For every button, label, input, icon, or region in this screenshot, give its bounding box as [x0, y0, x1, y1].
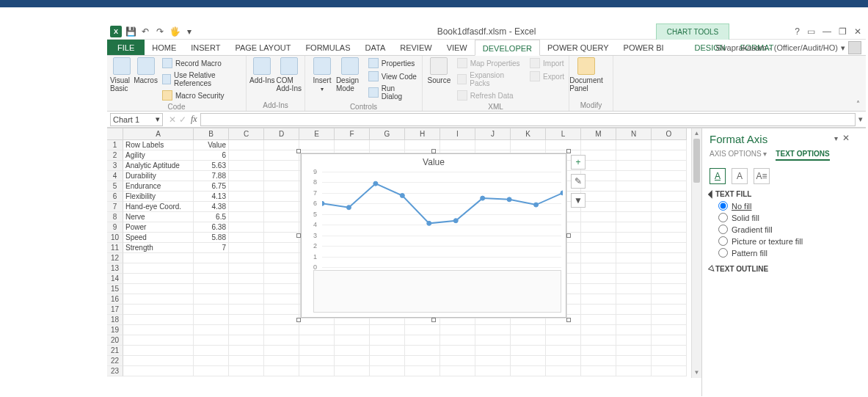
pane-pin-icon[interactable]: ▾ [834, 134, 838, 142]
xml-source-button[interactable]: Source [426, 57, 453, 101]
com-addins-button[interactable]: COM Add-Ins [277, 57, 302, 92]
worksheet-grid[interactable]: ABCDEFGHIJKLMNO 123456789101112131415161… [107, 128, 701, 396]
chart-elements-button[interactable]: + [571, 155, 586, 170]
design-mode-button[interactable]: Design Mode [336, 57, 364, 101]
tab-page-layout[interactable]: PAGE LAYOUT [227, 40, 298, 55]
pattern-fill-radio[interactable]: Pattern fill [718, 248, 848, 258]
run-dialog-button[interactable]: Run Dialog [367, 84, 419, 101]
row-header-13[interactable]: 13 [107, 263, 123, 274]
vertical-scrollbar[interactable]: ▲ ▼ [691, 128, 701, 378]
tab-file[interactable]: FILE [107, 40, 145, 55]
tab-data[interactable]: DATA [358, 40, 393, 55]
row-header-21[interactable]: 21 [107, 346, 123, 356]
col-header-N[interactable]: N [616, 128, 652, 140]
row-header-4[interactable]: 4 [107, 171, 123, 181]
chart-category-axis-area[interactable] [313, 270, 561, 313]
axis-options-tab[interactable]: AXIS OPTIONS ▾ [710, 150, 767, 161]
tab-review[interactable]: REVIEW [393, 40, 439, 55]
row-header-19[interactable]: 19 [107, 325, 123, 335]
fx-icon[interactable]: fx [191, 114, 197, 125]
formula-input[interactable] [200, 113, 856, 126]
row-header-16[interactable]: 16 [107, 294, 123, 305]
visual-basic-button[interactable]: Visual Basic [110, 57, 134, 101]
tab-developer[interactable]: DEVELOPER [475, 40, 540, 56]
text-outline-section[interactable]: TEXT OUTLINE [710, 265, 848, 273]
row-header-20[interactable]: 20 [107, 335, 123, 346]
scroll-down-icon[interactable]: ▼ [692, 368, 701, 378]
row-header-14[interactable]: 14 [107, 274, 123, 284]
chart-filters-button[interactable]: ▼ [571, 193, 586, 208]
maximize-icon[interactable]: ❐ [839, 26, 847, 37]
row-header-9[interactable]: 9 [107, 222, 123, 233]
tab-formulas[interactable]: FORMULAS [298, 40, 357, 55]
macro-security-button[interactable]: Macro Security [161, 90, 243, 101]
no-fill-radio[interactable]: No fill [718, 201, 848, 211]
properties-button[interactable]: Properties [367, 57, 419, 69]
chart-title[interactable]: Value [302, 154, 566, 167]
select-all-corner[interactable] [107, 128, 123, 140]
row-header-6[interactable]: 6 [107, 192, 123, 202]
row-header-10[interactable]: 10 [107, 233, 123, 243]
row-header-11[interactable]: 11 [107, 243, 123, 253]
col-header-A[interactable]: A [123, 128, 194, 140]
signed-in-user[interactable]: Sivaprakasam - (Officer/Audit/HO)▾ [715, 40, 861, 56]
relative-references-button[interactable]: Use Relative References [161, 70, 243, 88]
minimize-icon[interactable]: — [823, 26, 831, 37]
close-icon[interactable]: ✕ [854, 26, 861, 37]
textbox-icon[interactable]: A≡ [754, 168, 770, 184]
help-icon[interactable]: ? [795, 26, 800, 37]
picture-fill-radio[interactable]: Picture or texture fill [718, 236, 848, 246]
col-header-G[interactable]: G [370, 128, 405, 140]
col-header-L[interactable]: L [546, 128, 581, 140]
scroll-thumb[interactable] [693, 139, 700, 183]
text-options-tab[interactable]: TEXT OPTIONS [776, 150, 829, 161]
row-header-12[interactable]: 12 [107, 253, 123, 263]
document-panel-button[interactable]: Document Panel [572, 57, 600, 92]
tab-power-bi[interactable]: POWER BI [616, 40, 671, 55]
row-header-17[interactable]: 17 [107, 305, 123, 315]
col-header-E[interactable]: E [299, 128, 335, 140]
col-header-J[interactable]: J [475, 128, 511, 140]
qat-redo-icon[interactable]: ↷ [154, 26, 166, 37]
tab-home[interactable]: HOME [145, 40, 183, 55]
record-macro-button[interactable]: Record Macro [161, 57, 243, 69]
qat-save-icon[interactable]: 💾 [125, 26, 136, 37]
col-header-H[interactable]: H [405, 128, 440, 140]
row-header-23[interactable]: 23 [107, 366, 123, 376]
row-header-5[interactable]: 5 [107, 181, 123, 192]
col-header-K[interactable]: K [511, 128, 546, 140]
col-header-M[interactable]: M [581, 128, 616, 140]
qat-undo-icon[interactable]: ↶ [139, 26, 151, 37]
collapse-ribbon-icon[interactable]: ˄ [856, 100, 860, 108]
tab-view[interactable]: VIEW [440, 40, 475, 55]
text-fill-outline-icon[interactable]: A [710, 168, 726, 184]
col-header-D[interactable]: D [264, 128, 299, 140]
gradient-fill-radio[interactable]: Gradient fill [718, 225, 848, 234]
row-header-18[interactable]: 18 [107, 315, 123, 325]
name-box[interactable]: Chart 1▾ [110, 113, 163, 126]
row-header-15[interactable]: 15 [107, 284, 123, 294]
insert-control-button[interactable]: Insert▾ [308, 57, 336, 101]
col-header-C[interactable]: C [229, 128, 264, 140]
chart-plot-area[interactable]: 0123456789 [313, 172, 561, 267]
chart-styles-button[interactable]: ✎ [571, 174, 586, 189]
row-header-8[interactable]: 8 [107, 212, 123, 222]
text-effects-icon[interactable]: A [732, 168, 748, 184]
ribbon-display-icon[interactable]: ▭ [807, 26, 815, 37]
tab-insert[interactable]: INSERT [183, 40, 227, 55]
col-header-O[interactable]: O [652, 128, 687, 140]
col-header-B[interactable]: B [194, 128, 229, 140]
scroll-up-icon[interactable]: ▲ [692, 128, 701, 139]
row-header-7[interactable]: 7 [107, 202, 123, 212]
pane-close-icon[interactable]: ✕ [842, 133, 850, 143]
embedded-chart[interactable]: Value 0123456789 [301, 153, 566, 318]
tab-power-query[interactable]: POWER QUERY [540, 40, 616, 55]
formula-expand-icon[interactable]: ▾ [856, 114, 866, 124]
row-header-2[interactable]: 2 [107, 150, 123, 161]
row-header-22[interactable]: 22 [107, 356, 123, 366]
view-code-button[interactable]: View Code [367, 70, 419, 82]
text-fill-section[interactable]: TEXT FILL [710, 190, 848, 198]
col-header-F[interactable]: F [335, 128, 370, 140]
macros-button[interactable]: Macros [134, 57, 158, 101]
addins-button[interactable]: Add-Ins [249, 57, 275, 92]
